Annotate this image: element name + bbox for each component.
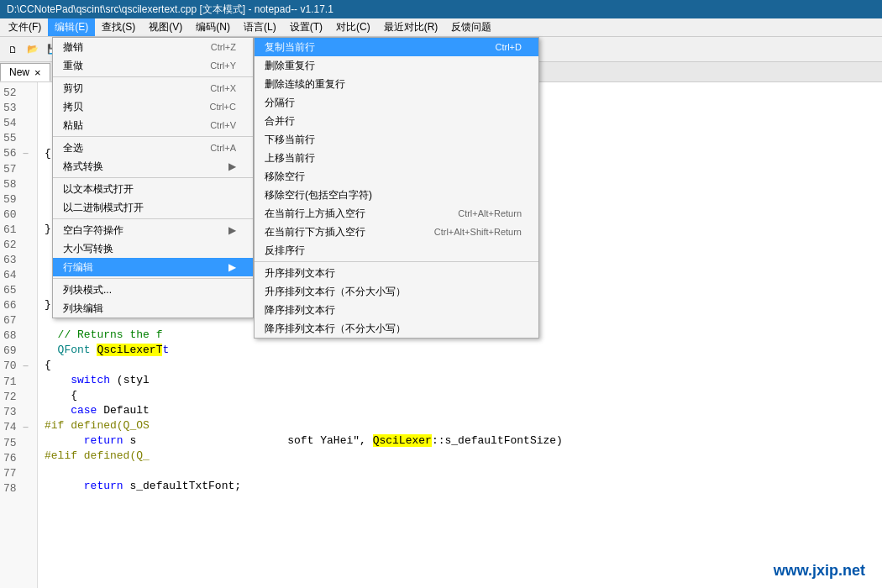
menu-open-binary[interactable]: 以二进制模式打开: [53, 198, 253, 217]
line-num: 77: [3, 466, 34, 481]
whitespace-arrow-icon: ▶: [228, 224, 236, 236]
sep-4: [53, 218, 253, 219]
menu-case-label: 大小写转换: [63, 242, 113, 256]
menu-select-all[interactable]: 全选 Ctrl+A: [53, 139, 253, 157]
submenu-sort-asc-ci[interactable]: 升序排列文本行（不分大小写）: [255, 282, 538, 301]
submenu-move-down-label: 下移当前行: [265, 133, 315, 147]
submenu-merge-line[interactable]: 合并行: [255, 112, 538, 130]
submenu-insert-below-label: 在当前行下方插入空行: [265, 225, 365, 239]
submenu-remove-empty-ws[interactable]: 移除空行(包括空白字符): [255, 186, 538, 204]
submenu-split-line[interactable]: 分隔行: [255, 93, 538, 112]
line-num: 74 ─: [3, 420, 34, 436]
menu-paste-label: 粘贴: [63, 118, 83, 133]
line-num: 73: [3, 405, 34, 420]
menu-compare[interactable]: 对比(C): [329, 18, 377, 36]
line-num: 62: [3, 238, 34, 253]
menu-bar: 文件(F) 编辑(E) 查找(S) 视图(V) 编码(N) 语言(L) 设置(T…: [0, 18, 882, 37]
tab-close[interactable]: ×: [34, 66, 41, 79]
menu-encoding[interactable]: 编码(N): [189, 18, 237, 36]
menu-open-text[interactable]: 以文本模式打开: [53, 180, 253, 198]
line-num: 52: [3, 86, 34, 101]
tab-main[interactable]: New ×: [0, 63, 50, 81]
edit-menu-dropdown: 撤销 Ctrl+Z 重做 Ctrl+Y 剪切 Ctrl+X 拷贝 Ctrl+C …: [52, 37, 254, 318]
line-num: 75: [3, 436, 34, 451]
submenu-remove-empty[interactable]: 移除空行: [255, 167, 538, 186]
submenu-insert-below[interactable]: 在当前行下方插入空行 Ctrl+Alt+Shift+Return: [255, 223, 538, 241]
submenu-del-dup[interactable]: 删除重复行: [255, 56, 538, 75]
menu-settings[interactable]: 设置(T): [283, 18, 329, 36]
menu-open-text-label: 以文本模式打开: [63, 182, 134, 197]
submenu-insert-above-shortcut: Ctrl+Alt+Return: [458, 208, 522, 218]
submenu-del-consec-dup-label: 删除连续的重复行: [265, 77, 345, 92]
menu-paste[interactable]: 粘贴 Ctrl+V: [53, 116, 253, 134]
menu-column-mode[interactable]: 列块模式...: [53, 281, 253, 299]
menu-feedback[interactable]: 反馈问题: [444, 18, 498, 36]
submenu-insert-below-shortcut: Ctrl+Alt+Shift+Return: [434, 227, 522, 237]
submenu-copy-line[interactable]: 复制当前行 Ctrl+D: [255, 38, 538, 56]
menu-edit[interactable]: 编辑(E): [48, 18, 95, 36]
toolbar-new[interactable]: 🗋: [3, 40, 22, 59]
menu-column-edit-label: 列块编辑: [63, 302, 103, 316]
submenu-merge-line-label: 合并行: [265, 114, 295, 129]
submenu-move-up[interactable]: 上移当前行: [255, 149, 538, 167]
menu-case[interactable]: 大小写转换: [53, 239, 253, 258]
code-line-70: {: [45, 358, 875, 373]
submenu-move-down[interactable]: 下移当前行: [255, 130, 538, 149]
menu-line-edit-label: 行编辑: [63, 260, 93, 275]
line-num: 53: [3, 101, 34, 116]
line-num: 56 ─: [3, 146, 34, 162]
line-num: 67: [3, 313, 34, 328]
menu-select-all-shortcut: Ctrl+A: [210, 143, 236, 153]
code-line-72: {: [45, 388, 875, 403]
menu-column-edit[interactable]: 列块编辑: [53, 299, 253, 318]
menu-undo-label: 撤销: [63, 40, 83, 55]
submenu-sort-desc[interactable]: 降序排列文本行: [255, 301, 538, 319]
sep-1: [53, 76, 253, 77]
menu-search[interactable]: 查找(S): [95, 18, 142, 36]
submenu-sort-desc-ci-label: 降序排列文本行（不分大小写）: [265, 322, 406, 336]
submenu-sep-1: [255, 261, 538, 262]
menu-redo-shortcut: Ctrl+Y: [210, 60, 236, 71]
code-line-76: #elif defined(Q_: [45, 449, 875, 464]
menu-copy-label: 拷贝: [63, 100, 83, 114]
menu-undo[interactable]: 撤销 Ctrl+Z: [53, 38, 253, 56]
code-line-69: QFont QsciLexerTt: [45, 343, 875, 358]
line-num: 65: [3, 283, 34, 298]
menu-file[interactable]: 文件(F): [2, 18, 48, 36]
line-num: 59: [3, 192, 34, 207]
menu-recent-compare[interactable]: 最近对比(R): [377, 18, 445, 36]
submenu-remove-empty-ws-label: 移除空行(包括空白字符): [265, 188, 372, 202]
toolbar-open[interactable]: 📂: [24, 40, 42, 59]
menu-copy[interactable]: 拷贝 Ctrl+C: [53, 97, 253, 116]
menu-whitespace[interactable]: 空白字符操作 ▶: [53, 221, 253, 239]
menu-whitespace-label: 空白字符操作: [63, 223, 123, 238]
line-num: 68: [3, 328, 34, 344]
menu-line-edit[interactable]: 行编辑 ▶: [53, 258, 253, 276]
line-num: 72: [3, 390, 34, 405]
line-num: 70 ─: [3, 359, 34, 375]
submenu-del-consec-dup[interactable]: 删除连续的重复行: [255, 75, 538, 93]
submenu-copy-line-label: 复制当前行: [265, 40, 315, 55]
submenu-split-line-label: 分隔行: [265, 96, 295, 110]
submenu-sort-asc[interactable]: 升序排列文本行: [255, 264, 538, 282]
line-num: 76: [3, 451, 34, 466]
menu-column-mode-label: 列块模式...: [63, 283, 112, 297]
sep-5: [53, 278, 253, 279]
menu-format-convert[interactable]: 格式转换 ▶: [53, 157, 253, 176]
line-num: 57: [3, 162, 34, 177]
submenu-sort-desc-ci[interactable]: 降序排列文本行（不分大小写）: [255, 319, 538, 338]
submenu-insert-above[interactable]: 在当前行上方插入空行 Ctrl+Alt+Return: [255, 204, 538, 223]
submenu-del-dup-label: 删除重复行: [265, 59, 315, 73]
line-num: 55: [3, 131, 34, 146]
sep-3: [53, 177, 253, 178]
submenu-copy-line-shortcut: Ctrl+D: [496, 42, 522, 52]
menu-cut-label: 剪切: [63, 81, 83, 96]
menu-language[interactable]: 语言(L): [237, 18, 283, 36]
menu-view[interactable]: 视图(V): [142, 18, 189, 36]
line-num: 63: [3, 253, 34, 268]
menu-redo[interactable]: 重做 Ctrl+Y: [53, 56, 253, 75]
menu-cut[interactable]: 剪切 Ctrl+X: [53, 79, 253, 97]
code-line-75: return ssoft YaHei", QsciLexer::s_defaul…: [45, 433, 875, 449]
menu-paste-shortcut: Ctrl+V: [210, 120, 236, 130]
submenu-reverse-sort[interactable]: 反排序行: [255, 241, 538, 260]
